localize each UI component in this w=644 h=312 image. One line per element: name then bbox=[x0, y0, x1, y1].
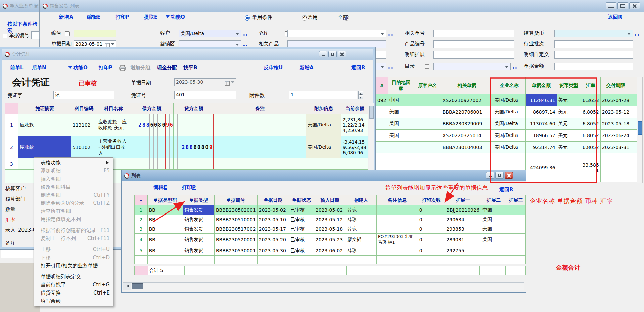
row-id-cell[interactable] bbox=[376, 106, 388, 118]
print-count-cell[interactable]: 0 bbox=[418, 234, 445, 246]
maximize-button[interactable] bbox=[495, 172, 504, 179]
ext1-cell[interactable]: BBJJ20210926 bbox=[445, 205, 481, 215]
close-button[interactable] bbox=[505, 172, 513, 179]
column-header[interactable]: 打印次数 bbox=[418, 195, 445, 205]
doc-no-cell[interactable]: BBBB230510001 bbox=[214, 215, 257, 224]
doc-type-cell[interactable]: 销售发货 bbox=[183, 215, 215, 224]
note-cell[interactable] bbox=[214, 136, 306, 158]
ext3-cell[interactable] bbox=[506, 215, 526, 224]
ext1-cell[interactable]: 290634 bbox=[445, 215, 481, 224]
creator-cell[interactable]: 廖文韬 bbox=[346, 234, 377, 246]
column-header[interactable]: 汇率 bbox=[581, 77, 600, 94]
note-cell[interactable]: PO#293303 出亚马逊 柜1 bbox=[377, 234, 418, 246]
country-cell[interactable] bbox=[388, 142, 414, 153]
type-code-cell[interactable]: BB bbox=[147, 224, 183, 234]
input-date-cell[interactable]: 2023-05-18 bbox=[314, 224, 346, 234]
func-button[interactable]: 功能O bbox=[68, 65, 88, 71]
doc-type-cell[interactable]: 销售发货 bbox=[183, 246, 215, 256]
type-code-cell[interactable]: BB bbox=[147, 205, 183, 215]
extract-button[interactable]: 提取E bbox=[144, 14, 157, 21]
column-header[interactable]: 当前余额 bbox=[341, 103, 368, 114]
input-date-cell[interactable]: 2023-05-02 bbox=[314, 205, 346, 215]
note-cell[interactable] bbox=[214, 158, 306, 170]
balance-cell[interactable] bbox=[341, 158, 368, 170]
titlebar-sales[interactable]: 销售发货 列表 bbox=[40, 0, 644, 12]
column-header[interactable]: 单据类型 bbox=[183, 195, 215, 205]
new-button[interactable]: 新增A bbox=[59, 14, 73, 21]
catalog-select[interactable] bbox=[433, 63, 511, 70]
balance-button[interactable]: 找平B bbox=[183, 65, 197, 71]
minimize-button[interactable] bbox=[319, 51, 327, 57]
country-cell[interactable]: 中国 bbox=[388, 94, 414, 106]
detail-ext-input[interactable] bbox=[433, 51, 514, 59]
vertical-scrollbar[interactable] bbox=[637, 77, 643, 183]
status-cell[interactable]: 已审核 bbox=[289, 234, 314, 246]
account-name-cell[interactable]: 主营业务收入 - 外销出口收入 bbox=[97, 136, 130, 158]
horizontal-scrollbar[interactable] bbox=[123, 282, 524, 290]
ext3-cell[interactable] bbox=[506, 205, 526, 215]
doc-date-cell[interactable]: 2023-05-30 bbox=[257, 246, 289, 256]
creator-cell[interactable]: 薛琼 bbox=[346, 246, 377, 256]
ledger-amount-cell[interactable] bbox=[174, 158, 214, 170]
amount-cell[interactable]: 92314.74 bbox=[525, 142, 557, 153]
func-button[interactable]: 功能O bbox=[166, 14, 185, 21]
maximize-button[interactable] bbox=[328, 51, 337, 57]
cash-alloc-button[interactable]: 现金分配 bbox=[157, 65, 177, 71]
catalog-minibox[interactable] bbox=[425, 64, 429, 69]
currency-cell[interactable]: 美元 bbox=[557, 142, 581, 153]
orig-customer-cell[interactable] bbox=[414, 142, 441, 153]
ext2-cell[interactable]: 美国 bbox=[481, 215, 506, 224]
menu-item[interactable]: 插入明细 bbox=[34, 175, 113, 183]
column-header[interactable]: 科目编码 bbox=[71, 103, 97, 114]
column-header[interactable]: 贷方金额 bbox=[174, 103, 214, 114]
print-button[interactable]: 打印P bbox=[182, 184, 196, 191]
creator-cell[interactable]: 薛琼 bbox=[346, 224, 377, 234]
menu-item[interactable]: 修改明细科目 bbox=[34, 183, 113, 191]
row-number-cell[interactable]: 4 bbox=[135, 234, 148, 246]
column-header[interactable]: 凭证摘要 bbox=[18, 103, 71, 114]
extra-info-cell[interactable]: 美国/Delta bbox=[306, 136, 341, 158]
prev-doc-button[interactable]: 前单L bbox=[10, 65, 24, 71]
column-header[interactable]: 扩展二 bbox=[481, 195, 506, 205]
country-cell[interactable]: 美国 bbox=[388, 130, 414, 142]
input-date-cell[interactable]: 2023-05-12 bbox=[314, 215, 346, 224]
sales-area-minibox[interactable] bbox=[174, 42, 178, 46]
balance-cell[interactable]: 2,231,861.22/2,144,250.93 bbox=[341, 114, 368, 136]
no-input[interactable] bbox=[74, 30, 116, 37]
voucher-no-field[interactable]: 401 bbox=[174, 91, 236, 99]
doc-no-cell[interactable]: BBBB230517002 bbox=[214, 224, 257, 234]
column-header[interactable]: 扩展三 bbox=[506, 195, 526, 205]
column-header[interactable]: 单据状态 bbox=[289, 195, 314, 205]
printer-icon[interactable] bbox=[119, 65, 126, 72]
company-cell[interactable]: 美国/Delta bbox=[493, 106, 525, 118]
rate-cell[interactable]: 6.3653 bbox=[581, 94, 600, 106]
menu-item[interactable]: 填写余额 bbox=[34, 297, 113, 305]
doc-type-cell[interactable]: 销售发货 bbox=[183, 224, 215, 234]
status-cell[interactable]: 已审核 bbox=[289, 205, 314, 215]
amount-cell[interactable]: 18966.57 bbox=[525, 130, 557, 142]
list-row[interactable]: 4BB销售发货BBBB2305200012023-05-20已审核2023-05… bbox=[135, 234, 526, 246]
currency-cell[interactable]: 美元 bbox=[557, 130, 581, 142]
spinner-down[interactable] bbox=[358, 95, 363, 99]
unaudit-button[interactable]: 反审核U bbox=[264, 65, 283, 71]
scroll-left-button[interactable] bbox=[123, 283, 131, 290]
back-button[interactable]: 返回R bbox=[499, 187, 513, 193]
print-button[interactable]: 打印P bbox=[116, 14, 129, 21]
balance-cell[interactable]: -3,414,159.56/-2,886,080.96 bbox=[341, 136, 368, 158]
account-code-cell[interactable]: 510102 bbox=[71, 136, 97, 158]
column-header[interactable]: 企业名称 bbox=[493, 77, 525, 94]
column-header[interactable]: 单据金额 bbox=[525, 77, 557, 94]
doc-date-cell[interactable]: 2023-05-17 bbox=[257, 224, 289, 234]
voucher-row[interactable]: 1应收款113102应收账款 - 应收账款-美元288608096美国/Delt… bbox=[5, 114, 368, 136]
back-button[interactable]: 返回R bbox=[351, 65, 365, 71]
lookup-dots-icon[interactable] bbox=[388, 33, 393, 36]
menu-item[interactable]: 根据当前行创建新的记录F11 bbox=[34, 226, 113, 234]
titlebar-import[interactable]: 导入业务单据凭证 bbox=[0, 0, 39, 12]
creator-cell[interactable]: 薛琼 bbox=[346, 215, 377, 224]
column-header[interactable]: 交付期限 bbox=[600, 77, 631, 94]
minimize-button[interactable] bbox=[486, 172, 494, 179]
ext3-cell[interactable] bbox=[506, 224, 526, 234]
menu-item[interactable]: 表格功能 bbox=[34, 159, 113, 167]
creator-cell[interactable]: 薛琼 bbox=[346, 205, 377, 215]
rate-cell[interactable]: 6.8052 bbox=[581, 130, 600, 142]
